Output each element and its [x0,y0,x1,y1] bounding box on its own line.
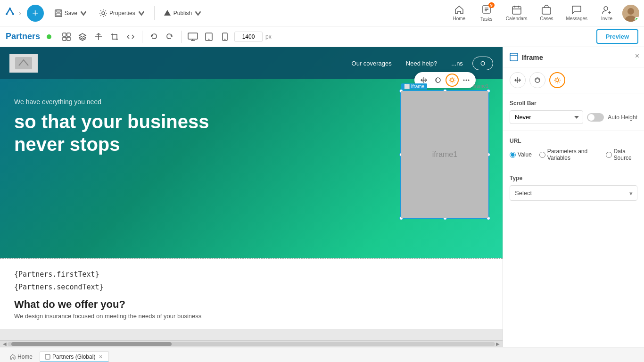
scroll-track[interactable] [8,342,495,346]
panel-close-button[interactable]: × [635,52,639,60]
svg-point-13 [627,8,634,15]
url-section: URL Value Parameters and Variables Data … [503,131,644,168]
mobile-view-icon [222,33,228,41]
tab-home[interactable]: Home [5,351,38,362]
publish-dropdown-icon[interactable] [194,9,202,17]
tab-partners[interactable]: Partners (Global) × [40,351,109,362]
breadcrumb-arrow: › [19,9,21,17]
scroll-bar-section: Scroll Bar Never Always Auto Auto Height [503,93,644,131]
logo-icon [5,7,15,20]
svg-point-1 [12,13,14,15]
panel-style-icon [534,76,541,84]
undo-icon [149,33,158,41]
desktop-view-button[interactable] [186,30,199,43]
tablet-view-icon [205,33,213,41]
url-datasource-option[interactable]: Data Source [606,148,637,161]
panel-move-button[interactable] [510,72,526,88]
messages-nav-icon [571,5,582,15]
panel-title-text: Iframe [522,53,543,61]
nav-action-button[interactable]: O [472,57,493,70]
toggle-knob [588,114,594,121]
messages-nav-button[interactable]: Messages [562,3,591,23]
save-dropdown-icon[interactable] [79,9,88,17]
publish-button[interactable]: Publish [158,6,207,20]
cases-nav-button[interactable]: Cases [535,3,558,23]
url-value-radio[interactable] [510,152,516,158]
scroll-right-arrow[interactable]: ▶ [495,341,501,346]
undo-button[interactable] [147,30,160,43]
auto-height-toggle-row: Auto Height [587,113,637,122]
properties-label: Properties [109,10,135,16]
svg-point-28 [465,80,467,81]
tab-close-button[interactable]: × [97,354,104,360]
svg-rect-5 [56,13,61,16]
url-params-option[interactable]: Parameters and Variables [539,148,598,161]
navigation-button[interactable] [92,30,105,43]
crop-button[interactable] [108,30,121,43]
url-params-label: Parameters and Variables [547,148,598,161]
grid-view-button[interactable] [60,30,73,43]
home-nav-label: Home [453,16,465,21]
svg-rect-24 [15,57,32,69]
properties-dropdown-icon[interactable] [137,9,146,17]
tablet-view-button[interactable] [202,30,215,43]
nav-coverages-link[interactable]: Our coverages [352,60,392,67]
properties-button[interactable]: Properties [94,6,150,20]
iframe-style-button[interactable] [431,74,445,87]
user-avatar[interactable] [622,5,639,22]
horizontal-scrollbar[interactable]: ◀ ▶ [0,340,503,347]
offer-title: What do we offer you? [14,298,488,311]
iframe-settings-button[interactable] [446,74,459,87]
url-datasource-radio[interactable] [606,152,612,158]
layers-icon [78,33,87,41]
svg-point-32 [556,79,559,82]
svg-rect-22 [223,33,227,41]
type-select[interactable]: Select [510,185,637,201]
iframe-container: ⬜ Iframe iframe1 [401,91,488,218]
hero-section: Our coverages Need help? ...ns O We have… [0,47,503,258]
nav-help-link[interactable]: Need help? [406,60,438,67]
url-value-option[interactable]: Value [510,151,532,158]
svg-rect-30 [510,53,518,61]
tab-home-label: Home [17,354,33,360]
code-button[interactable] [124,30,137,43]
home-nav-icon [454,5,464,15]
width-input[interactable] [234,32,263,42]
save-button[interactable]: Save [50,6,92,20]
scroll-thumb[interactable] [11,342,172,346]
scroll-left-arrow[interactable]: ◀ [2,341,8,346]
page-name: Partners [6,32,40,41]
tab-bar: Home Partners (Global) × [0,347,644,362]
calendars-nav-button[interactable]: Calendars [502,3,531,23]
panel-settings-icon [553,76,561,84]
tasks-badge-wrapper: 9 [481,4,492,16]
cases-nav-label: Cases [540,16,553,21]
redo-button[interactable] [163,30,176,43]
cases-nav-icon [541,5,552,15]
url-params-radio[interactable] [539,152,545,158]
top-bar: › + Save Properties Publish [0,0,644,26]
svg-rect-17 [63,37,66,41]
mobile-view-button[interactable] [218,30,231,43]
iframe-more-button[interactable] [460,74,473,87]
panel-style-button[interactable] [529,72,545,88]
svg-point-21 [208,39,209,40]
home-nav-button[interactable]: Home [447,3,471,23]
tasks-nav-button[interactable]: 9 Tasks [475,2,498,24]
panel-settings-button[interactable] [549,72,565,88]
code-icon [126,33,135,41]
svg-rect-33 [45,354,50,359]
preview-button[interactable]: Preview [596,29,638,44]
main-area: Our coverages Need help? ...ns O We have… [0,47,644,347]
scroll-bar-select[interactable]: Never Always Auto [510,110,583,124]
toolbar2-separator2 [181,31,182,43]
tab-page-icon [45,354,50,360]
add-button[interactable]: + [27,5,44,22]
auto-height-toggle[interactable] [587,113,604,122]
invite-nav-button[interactable]: Invite [595,3,619,23]
page-toolbar: Partners [0,26,644,47]
layers-button[interactable] [76,30,89,43]
calendars-nav-label: Calendars [506,16,528,21]
svg-rect-4 [57,10,60,12]
canvas-area: Our coverages Need help? ...ns O We have… [0,47,503,347]
